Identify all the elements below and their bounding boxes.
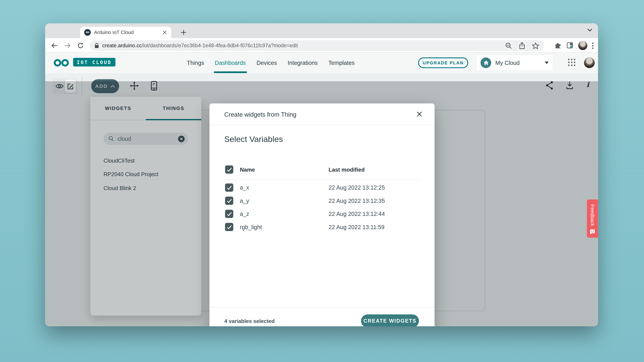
desktop-background: ∞ Arduino IoT Cloud <box>0 0 644 362</box>
forward-icon[interactable] <box>63 41 72 50</box>
nav-item-devices[interactable]: Devices <box>256 52 277 73</box>
feedback-smiley-icon <box>589 229 596 235</box>
feedback-tab[interactable]: Feedback <box>587 199 598 238</box>
browser-tab-strip: ∞ Arduino IoT Cloud <box>45 23 598 38</box>
url-text: create.arduino.cc/iot/dashboards/e7ec36b… <box>102 43 298 48</box>
extensions-icon[interactable] <box>554 42 562 49</box>
reload-icon[interactable] <box>76 41 85 50</box>
account-avatar[interactable] <box>584 57 595 68</box>
browser-toolbar: create.arduino.cc/iot/dashboards/e7ec36b… <box>45 38 598 53</box>
workspace-label: My Cloud <box>495 59 520 66</box>
row-checkbox[interactable] <box>225 197 233 205</box>
variable-name: a_x <box>240 184 328 191</box>
share-icon[interactable] <box>519 42 525 49</box>
tab-title: Arduino IoT Cloud <box>94 29 162 35</box>
feedback-label: Feedback <box>590 204 595 226</box>
column-header-name: Name <box>240 166 328 173</box>
create-widgets-modal: Create widgets from Thing Select Variabl… <box>210 103 434 326</box>
home-icon <box>480 57 491 68</box>
variable-last-modified: 22 Aug 2022 13:11:59 <box>328 224 384 230</box>
table-row[interactable]: a_y 22 Aug 2022 13:12:35 <box>225 194 418 207</box>
page-content: IOT CLOUD Things Dashboards Devices Inte… <box>45 52 598 326</box>
arduino-favicon-icon: ∞ <box>84 29 91 36</box>
table-row[interactable]: rgb_light 22 Aug 2022 13:11:59 <box>225 220 418 233</box>
nav-item-templates[interactable]: Templates <box>328 52 354 73</box>
tab-sidebar-icon[interactable] <box>566 42 574 49</box>
modal-close-icon[interactable] <box>415 110 424 119</box>
browser-window: ∞ Arduino IoT Cloud <box>45 23 598 326</box>
lock-icon <box>94 43 99 48</box>
tab-close-icon[interactable] <box>161 29 168 36</box>
row-checkbox[interactable] <box>225 223 233 231</box>
row-checkbox[interactable] <box>225 184 233 192</box>
variable-name: a_y <box>240 197 328 204</box>
select-all-checkbox[interactable] <box>225 165 233 174</box>
table-divider <box>225 179 418 180</box>
variable-last-modified: 22 Aug 2022 13:12:35 <box>328 197 385 204</box>
variable-last-modified: 22 Aug 2022 13:12:25 <box>328 184 385 191</box>
variables-table: Name Last modified a_x 22 Aug 2022 13:12… <box>225 161 418 233</box>
modal-title: Create widgets from Thing <box>224 111 296 118</box>
apps-grid-icon[interactable] <box>568 58 576 66</box>
variable-name: rgb_light <box>240 224 328 230</box>
url-path: /iot/dashboards/e7ec36b4-1e48-4fea-8db4-… <box>142 43 298 48</box>
back-icon[interactable] <box>50 41 58 50</box>
app-header: IOT CLOUD Things Dashboards Devices Inte… <box>45 52 598 73</box>
column-header-last-modified: Last modified <box>328 166 364 173</box>
workspace-caret-icon <box>544 61 548 64</box>
variable-name: a_z <box>240 211 328 217</box>
tab-strip-chevron-down-icon[interactable] <box>587 28 592 32</box>
nav-item-integrations[interactable]: Integrations <box>288 52 318 73</box>
workspace-selector[interactable]: My Cloud <box>476 55 553 70</box>
browser-tab[interactable]: ∞ Arduino IoT Cloud <box>80 27 172 38</box>
modal-heading: Select Variables <box>224 135 283 144</box>
create-widgets-button[interactable]: CREATE WIDGETS <box>361 314 419 326</box>
url-host: create.arduino.cc <box>102 43 142 48</box>
new-tab-button[interactable] <box>178 27 188 37</box>
url-bar[interactable]: create.arduino.cc/iot/dashboards/e7ec36b… <box>90 40 544 51</box>
table-header-row: Name Last modified <box>225 161 418 178</box>
variable-last-modified: 22 Aug 2022 13:12:44 <box>328 211 385 217</box>
bookmark-star-icon[interactable] <box>532 42 539 49</box>
table-row[interactable]: a_x 22 Aug 2022 13:12:25 <box>225 181 418 194</box>
iot-cloud-badge: IOT CLOUD <box>73 58 116 66</box>
nav-item-things[interactable]: Things <box>187 52 204 73</box>
arduino-logo-icon[interactable] <box>53 58 70 67</box>
browser-menu-kebab-icon[interactable] <box>592 42 594 49</box>
browser-profile-avatar[interactable] <box>578 41 587 50</box>
upgrade-plan-button[interactable]: UPGRADE PLAN <box>418 57 468 68</box>
zoom-out-icon[interactable] <box>505 42 512 49</box>
main-nav: Things Dashboards Devices Integrations T… <box>187 52 354 73</box>
selection-summary: 4 variables selected <box>224 318 275 324</box>
row-checkbox[interactable] <box>225 210 233 218</box>
table-row[interactable]: a_z 22 Aug 2022 13:12:44 <box>225 207 418 220</box>
nav-item-dashboards[interactable]: Dashboards <box>215 52 246 73</box>
